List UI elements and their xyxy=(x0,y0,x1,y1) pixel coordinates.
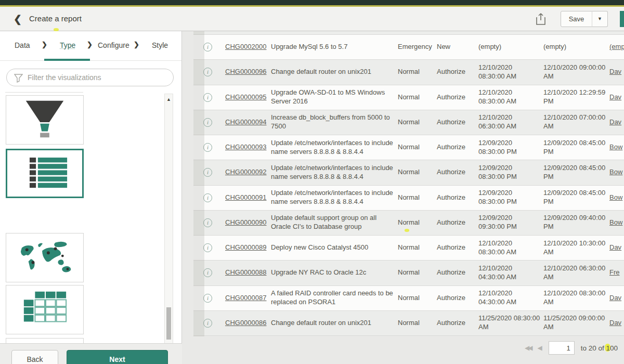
back-button[interactable]: Back xyxy=(11,350,58,364)
priority: Normal xyxy=(398,68,437,76)
report-preview: i i CHG0002000 Upgrade MySql 5.6 to 5.7 … xyxy=(183,31,624,364)
table-row: i CHG0000095 Upgrade OWA-SD-01 to MS Win… xyxy=(193,85,624,110)
record-number-link[interactable]: CHG0000086 xyxy=(225,319,267,327)
info-icon[interactable]: i xyxy=(203,218,212,227)
record-number-link[interactable]: CHG0000089 xyxy=(225,243,267,251)
state: Authorize xyxy=(437,243,478,252)
end-date: 12/10/2020 09:00:00 AM xyxy=(543,63,609,81)
short-description: Change default router on unix201 xyxy=(271,319,398,328)
assigned-to-link[interactable]: Dav xyxy=(609,68,621,75)
report-type-panel: Data Type Configure Style xyxy=(0,31,182,343)
short-description: Update /etc/network/interfaces to includ… xyxy=(271,164,398,181)
report-table-body: i i CHG0002000 Upgrade MySql 5.6 to 5.7 … xyxy=(193,31,624,336)
table-row: i CHG0000096 Change default router on un… xyxy=(193,60,624,85)
viz-thumb-map[interactable] xyxy=(6,233,84,282)
priority: Normal xyxy=(398,118,437,127)
table-row: i CHG0000093 Update /etc/network/interfa… xyxy=(193,135,624,160)
table-row: i CHG0000087 A failed RAID controller ca… xyxy=(193,286,624,311)
first-page-icon[interactable]: ◀◀ xyxy=(525,344,531,352)
viz-thumb-list[interactable] xyxy=(6,149,84,198)
end-date: 12/10/2020 08:30:00 AM xyxy=(543,289,609,307)
scrollbar-thumb[interactable] xyxy=(166,307,171,340)
info-icon[interactable]: i xyxy=(203,193,212,202)
end-date: 12/09/2020 09:40:00 PM xyxy=(543,214,609,231)
visualization-list xyxy=(0,93,164,343)
state: Authorize xyxy=(437,193,478,202)
assigned-to-link[interactable]: Dav xyxy=(609,243,621,251)
end-date: 12/09/2020 08:45:00 PM xyxy=(543,164,609,181)
assigned-to-link[interactable]: Bow xyxy=(609,168,622,176)
assigned-to-link[interactable]: Dav xyxy=(609,294,621,302)
state: Authorize xyxy=(437,268,478,277)
table-row: i CHG0000094 Increase db_block_buffers f… xyxy=(193,110,624,135)
info-icon[interactable]: i xyxy=(203,268,212,277)
next-button[interactable]: Next xyxy=(67,350,168,364)
offscreen-primary-button[interactable] xyxy=(620,11,624,27)
previous-page-icon[interactable]: ◀ xyxy=(537,344,542,352)
back-arrow-icon[interactable]: ❮ xyxy=(10,12,25,27)
priority: Normal xyxy=(398,243,437,252)
record-number-link[interactable]: CHG0000090 xyxy=(225,218,267,226)
step-style[interactable]: Style xyxy=(152,41,168,49)
assigned-to-link[interactable]: Dav xyxy=(609,118,621,126)
step-data[interactable]: Data xyxy=(15,41,30,49)
scroll-up-icon[interactable]: ▲ xyxy=(165,95,173,103)
record-number-link[interactable]: CHG0000094 xyxy=(225,118,267,126)
record-number-link[interactable]: CHG0002000 xyxy=(225,43,267,50)
filter-visualizations-input[interactable] xyxy=(28,71,168,84)
short-description: Increase db_block_buffers from 5000 to 7… xyxy=(271,113,398,131)
assigned-to-link[interactable]: Bow xyxy=(609,143,622,151)
end-date: 12/09/2020 08:45:00 PM xyxy=(543,189,609,206)
page-title: Create a report xyxy=(29,14,82,23)
viz-thumb-funnel[interactable] xyxy=(6,95,84,145)
record-number-link[interactable]: CHG0000088 xyxy=(225,268,267,276)
info-icon[interactable]: i xyxy=(203,143,212,152)
banner-frame xyxy=(0,0,624,7)
record-number-link[interactable]: CHG0000092 xyxy=(225,168,267,176)
record-number-link[interactable]: CHG0000096 xyxy=(225,68,267,75)
step-type[interactable]: Type xyxy=(60,41,75,49)
short-description: Change default router on unix201 xyxy=(271,68,398,76)
assigned-to-link[interactable]: Fre xyxy=(609,268,620,276)
record-number-link[interactable]: CHG0000095 xyxy=(225,93,267,101)
short-description: Upgrade MySql 5.6 to 5.7 xyxy=(271,43,398,51)
info-icon[interactable]: i xyxy=(203,43,212,51)
info-icon[interactable]: i xyxy=(203,118,212,127)
info-icon[interactable]: i xyxy=(203,294,212,303)
start-date: 12/10/2020 08:30:00 AM xyxy=(478,63,543,81)
assigned-to-link[interactable]: Bow xyxy=(609,218,622,226)
priority: Normal xyxy=(398,143,437,152)
record-number-link[interactable]: CHG0000091 xyxy=(225,193,267,201)
assigned-to-link[interactable]: Bow xyxy=(609,193,622,201)
save-button[interactable]: Save xyxy=(561,11,592,27)
info-icon[interactable]: i xyxy=(203,319,212,328)
page-number-input[interactable] xyxy=(549,341,575,355)
short-description: Update default support group on all Orac… xyxy=(271,214,398,231)
priority: Normal xyxy=(398,93,437,102)
assigned-to-link[interactable]: Dav xyxy=(609,93,621,101)
record-number-link[interactable]: CHG0000087 xyxy=(225,294,267,302)
save-menu-button[interactable]: ▼ xyxy=(592,11,608,27)
viz-thumb-pyramid[interactable] xyxy=(6,338,84,343)
info-icon[interactable]: i xyxy=(203,93,212,102)
priority: Normal xyxy=(398,193,437,202)
record-number-link[interactable]: CHG0000093 xyxy=(225,143,267,151)
step-configure[interactable]: Configure xyxy=(98,41,129,49)
clipped-row xyxy=(193,31,624,35)
state: Authorize xyxy=(437,93,478,102)
short-description: Update /etc/network/interfaces to includ… xyxy=(271,139,398,157)
assigned-to-link[interactable]: Dav xyxy=(609,319,621,327)
chevron-right-icon xyxy=(134,41,139,48)
assigned-to-link[interactable]: (empty) xyxy=(609,43,624,50)
row-range-label: to 20 of 100 xyxy=(581,344,618,352)
info-icon[interactable]: i xyxy=(203,168,212,177)
viz-scrollbar[interactable]: ▲ ▼ xyxy=(164,94,173,364)
viz-thumb-heatmap[interactable] xyxy=(6,285,84,334)
end-date: 11/25/2020 09:00:00 AM xyxy=(543,314,609,332)
info-icon[interactable]: i xyxy=(203,68,212,76)
end-date: 12/10/2020 12:29:59 PM xyxy=(543,88,609,106)
table-row: i CHG0000091 Update /etc/network/interfa… xyxy=(193,186,624,211)
start-date: 12/09/2020 08:30:00 PM xyxy=(478,189,543,206)
share-icon[interactable] xyxy=(535,12,547,26)
info-icon[interactable]: i xyxy=(203,243,212,252)
